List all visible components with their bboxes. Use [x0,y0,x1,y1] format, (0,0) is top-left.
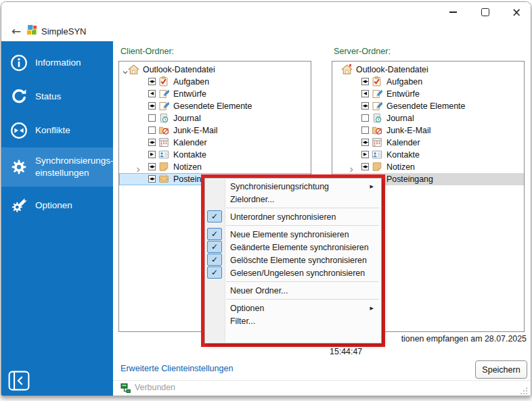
tree-item[interactable]: Journal [119,112,311,124]
sidebar-item-label: Information [35,57,81,69]
app-window: ← SimpleSYN × InformationStatusKonflikte… [1,1,531,396]
checkmark-icon: ✓ [207,254,222,266]
tree-item[interactable]: Outlook-Datendatei [332,64,524,76]
menu-item[interactable]: Zielordner... [205,193,381,206]
menu-item[interactable]: Synchronisierungsrichtung▶ [205,180,381,193]
menu-item-label: Geänderte Elemente synchronisieren [230,243,369,252]
save-button[interactable]: Speichern [475,360,527,379]
sidebar-item-label: Synchronisierungs- einstellungen [35,155,114,179]
junk-icon [372,125,383,136]
menu-item[interactable]: ✓Gelöschte Elemente synchronisieren [205,254,381,266]
draft-icon [372,101,383,112]
menu-separator [226,281,379,282]
menu-item[interactable]: ✓Neue Elemente synchronisieren [205,228,381,241]
tree-item[interactable]: ◀▶Aufgaben [119,76,311,88]
connection-status: Verbunden [135,383,175,392]
info-icon [10,54,28,72]
sync-direction-checkbox[interactable] [361,114,369,122]
menu-item[interactable]: ✓Gelesen/Ungelesen synchronisieren [205,266,381,279]
tree-item[interactable]: Junk-E-Mail [332,124,524,137]
tree-item[interactable]: ◀▶Gesendete Elemente [119,100,311,112]
sync-direction-checkbox[interactable]: ◀ [361,90,369,97]
menu-item[interactable]: Neuer Ordner... [205,284,381,297]
note-icon [372,162,383,172]
tree-item-label: Junk-E-Mail [386,126,430,135]
tree-item-label: Aufgaben [173,77,209,87]
tree-item[interactable]: Junk-E-Mail [119,124,311,137]
sync-direction-checkbox[interactable]: ▶ [361,151,369,158]
tree-item[interactable]: ◀▶Gesendete Elemente [332,100,524,112]
sidebar-item-label: Konflikte [35,124,70,137]
checkmark-icon: ✓ [207,210,222,222]
options-icon [10,197,28,214]
tree-item[interactable]: ◀▶Kalender [119,137,311,149]
tree-item[interactable]: ◀Entwürfe [332,88,524,100]
menu-item-label: Optionen [230,304,264,313]
sync-direction-checkbox[interactable]: ◀▶ [148,175,156,183]
menu-item[interactable]: Filter... [205,314,381,327]
sidebar-item-optionen[interactable]: Optionen [1,191,113,220]
sync-direction-checkbox[interactable] [361,126,369,134]
tree-item-label: Entwürfe [386,89,420,99]
titlebar: ← SimpleSYN × [1,2,531,41]
close-icon: × [512,7,521,18]
sync-direction-checkbox[interactable]: ◀▶ [361,102,369,110]
sync-direction-checkbox[interactable]: ◀▶ [148,163,156,170]
menu-item-label: Zielordner... [230,195,274,204]
menu-separator [226,299,379,300]
sidebar-item-information[interactable]: Information [1,48,113,78]
sync-direction-checkbox[interactable]: ◀▶ [361,163,369,170]
sync-direction-checkbox[interactable]: ◀ [148,90,156,97]
tree-item[interactable]: ◀▶Aufgaben [332,76,524,88]
tree-item[interactable]: ◀Entwürfe [119,88,311,100]
sync-direction-checkbox[interactable]: ◀▶ [148,102,156,110]
sync-direction-checkbox[interactable]: ◀▶ [361,139,369,146]
sync-direction-checkbox[interactable] [148,114,156,122]
tree-item[interactable]: ◀▶Kalender [332,137,524,149]
last-received-time: 15:44:47 [330,347,362,356]
sidebar-item-sync-settings[interactable]: Synchronisierungs- einstellungen [1,147,113,187]
chevron-right-icon[interactable] [135,164,141,170]
menu-item[interactable]: ✓Unterordner synchronisieren [205,210,381,223]
tree-item-label: Junk-E-Mail [173,126,217,135]
statusbar: Verbunden [113,380,531,396]
tree-item[interactable]: ◀▶Notizen [332,161,524,173]
maximize-button[interactable] [472,2,498,22]
sidebar-collapse-button[interactable] [8,371,30,391]
advanced-client-settings-link[interactable]: Erweiterte Clienteinstellungen [120,364,234,373]
checkmark-icon: ✓ [207,266,222,279]
tree-item[interactable]: Outlook-Datendatei [119,64,311,76]
contacts-icon [372,149,383,160]
close-button[interactable]: × [504,2,529,22]
back-arrow-icon[interactable]: ← [8,23,24,39]
resize-grip[interactable] [520,385,528,394]
tree-item-label: Journal [386,114,414,123]
tree-item-label: Notizen [173,162,202,172]
inbox-icon [158,174,170,185]
home-icon [128,64,139,75]
tree-item[interactable]: ◀▶Notizen [119,161,311,173]
tasks-icon [372,76,383,87]
chevron-right-icon[interactable] [348,164,355,170]
sync-direction-checkbox[interactable]: ▶ [148,151,156,158]
sync-direction-checkbox[interactable]: ◀▶ [361,78,369,85]
menu-item[interactable]: Optionen▶ [205,302,381,314]
minimize-button[interactable] [440,2,466,22]
sidebar-item-label: Optionen [35,199,72,212]
sidebar-item-label: Status [35,91,61,103]
tree-item[interactable]: Journal [332,112,524,124]
contacts-icon [158,149,170,160]
menu-item[interactable]: ✓Geänderte Elemente synchronisieren [205,241,381,254]
sync-direction-checkbox[interactable]: ◀▶ [148,139,156,146]
sync-icon [10,88,28,105]
sidebar-item-konflikte[interactable]: Konflikte [1,116,113,145]
context-menu: Synchronisierungsrichtung▶Zielordner...✓… [204,178,382,344]
maximize-icon [481,8,489,16]
tree-item-label: Gesendete Elemente [386,101,465,111]
sync-direction-checkbox[interactable] [148,126,156,134]
sidebar-item-status[interactable]: Status [1,82,113,112]
tree-item[interactable]: ▶Kontakte [332,149,524,161]
tree-item[interactable]: ▶Kontakte [119,149,311,161]
sync-direction-checkbox[interactable]: ◀▶ [148,78,156,85]
tree-item-label: Outlook-Datendatei [143,65,215,74]
